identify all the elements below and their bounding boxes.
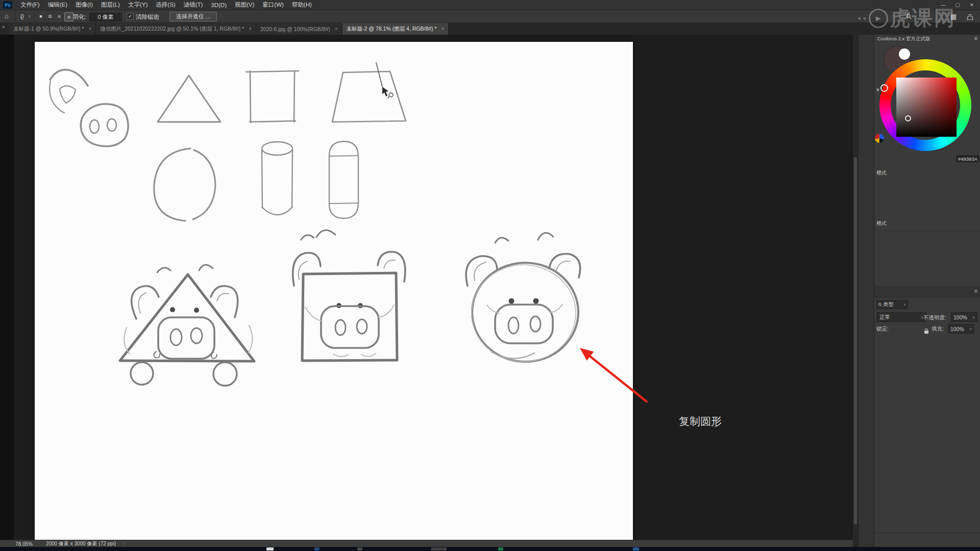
sketch-cylinder <box>262 142 292 215</box>
menu-item[interactable]: 选择(S) <box>152 1 179 9</box>
sketch-capsule <box>329 141 358 218</box>
close-button[interactable]: ✕ <box>965 0 979 10</box>
sketch-circle <box>154 148 215 221</box>
fill-select[interactable]: 100% ∨ <box>948 324 974 334</box>
search-icon[interactable]: ⚲ <box>904 12 913 21</box>
tab-close-icon[interactable]: × <box>88 26 91 32</box>
window-controls: — ▢ ✕ <box>936 0 979 10</box>
status-chevron-icon[interactable]: 〉 <box>122 540 127 547</box>
menu-item[interactable]: 文件(F) <box>16 1 44 9</box>
canvas-vertical-scrollbar[interactable] <box>853 35 858 547</box>
opacity-value: 100% <box>953 314 967 320</box>
sketch-pig-ear <box>50 70 88 113</box>
antialias-label: 消除锯齿 <box>136 13 159 21</box>
scrollbar-thumb[interactable] <box>854 157 857 524</box>
blend-mode-select[interactable]: 正常 ∨ <box>876 312 926 322</box>
workspace-icon[interactable]: ▦ <box>950 13 957 20</box>
annotation-text: 复制圆形 <box>679 414 722 429</box>
status-bar: 78.05% 2000 像素 x 3000 像素 (72 ppi) 〉 <box>0 540 853 547</box>
feather-input[interactable]: 0 像素 <box>89 13 122 21</box>
select-and-mask-button[interactable]: 选择并遮住 ... <box>169 12 217 21</box>
fill-caret: ∨ <box>969 327 972 331</box>
layers-panel-tabs: ≡ <box>874 286 980 298</box>
taskbar-icon[interactable] <box>357 547 362 550</box>
new-selection-icon[interactable]: ■ <box>37 12 45 20</box>
opacity-label: 不透明度: <box>923 314 946 321</box>
tab-overflow-icon[interactable]: » <box>2 24 5 30</box>
tab-strip: 未标题-1 @ 50.9%(RGB/8#) *×微信图片_20211020222… <box>9 23 980 35</box>
lasso-tool-icon[interactable]: ϱ <box>20 12 24 19</box>
selection-mode-group: ■⧉⧈⧇ <box>37 12 74 21</box>
layer-filter-caret: ∨ <box>903 303 906 307</box>
sketch-stray-stroke <box>376 63 382 87</box>
menu-item[interactable]: 视图(V) <box>231 1 258 9</box>
menu-item[interactable]: 图像(I) <box>71 1 97 9</box>
tool-dropdown-icon[interactable]: ∨ <box>28 14 31 18</box>
brightness-icon[interactable]: ☀ <box>875 87 880 93</box>
menu-item[interactable]: 文字(Y) <box>124 1 152 9</box>
home-icon[interactable]: ⌂ <box>5 12 9 20</box>
layers-menu-icon[interactable]: ≡ <box>974 288 977 294</box>
taskbar-icon[interactable] <box>266 547 274 550</box>
sketch-triangle-pig <box>120 265 254 386</box>
feather-label: 羽化: <box>73 13 86 21</box>
document-tab[interactable]: 2020.6.jpg @ 100%(RGB/8#)× <box>256 23 342 35</box>
minimize-button[interactable]: — <box>936 0 950 10</box>
document-canvas[interactable] <box>35 42 633 540</box>
intersect-selection-icon[interactable]: ⧇ <box>64 12 74 21</box>
taskbar-icon[interactable] <box>314 547 320 550</box>
tab-label: 微信图片_20211020222202.jpg @ 50.1% (图层 1, R… <box>100 26 244 33</box>
taskbar-icon[interactable] <box>498 547 503 550</box>
zoom-level[interactable]: 78.05% <box>15 541 33 547</box>
tab-close-icon[interactable]: × <box>335 26 338 32</box>
tab-label: 未标题-2 @ 78.1% (图层 4, RGB/8#) * <box>347 26 437 33</box>
sketch-square-pig <box>293 230 405 361</box>
taskbar-icon[interactable] <box>633 547 639 550</box>
sketch-pig-snout <box>81 104 128 146</box>
background-color-swatch[interactable] <box>899 48 910 60</box>
coolorus-title: Coolorus 2.x 官方正式版 <box>877 36 930 42</box>
tab-label: 未标题-1 @ 50.9%(RGB/8#) * <box>13 26 84 33</box>
menu-item[interactable]: 编辑(E) <box>44 1 71 9</box>
lock-all-icon[interactable] <box>924 331 928 334</box>
antialias-checkbox[interactable]: ✓ <box>127 13 134 20</box>
menu-item[interactable]: 滤镜(T) <box>180 1 207 9</box>
opacity-select[interactable]: 100% ∨ <box>951 312 977 322</box>
photoshop-window: { "window": {"minimize":"—","maximize":"… <box>0 0 980 551</box>
document-tab-bar: » 未标题-1 @ 50.9%(RGB/8#) *×微信图片_202110202… <box>0 23 980 35</box>
fill-label: 填充: <box>932 325 944 333</box>
document-tab[interactable]: 未标题-2 @ 78.1% (图层 4, RGB/8#) *× <box>342 23 449 35</box>
document-tab[interactable]: 未标题-1 @ 50.9%(RGB/8#) *× <box>9 23 96 35</box>
hue-marker[interactable] <box>880 84 888 92</box>
tab-close-icon[interactable]: × <box>442 26 445 32</box>
sketch-trapezoid <box>332 71 406 122</box>
blend-mode-value: 正常 <box>879 314 890 321</box>
add-to-selection-icon[interactable]: ⧉ <box>46 12 54 20</box>
taskbar-active-icon[interactable] <box>431 547 447 550</box>
tab-label: 2020.6.jpg @ 100%(RGB/8#) <box>260 26 330 32</box>
layers-bottom-bar <box>874 533 980 545</box>
sketch-triangle <box>158 76 220 122</box>
subtract-from-selection-icon[interactable]: ⧈ <box>55 12 63 20</box>
document-tab[interactable]: 微信图片_20211020222202.jpg @ 50.1% (图层 1, R… <box>96 23 256 35</box>
sketch-circle-pig <box>466 233 580 362</box>
menu-item[interactable]: 窗口(W) <box>258 1 288 9</box>
color-scheme-icon[interactable] <box>875 134 884 143</box>
photoshop-logo: Ps <box>3 1 12 9</box>
maximize-button[interactable]: ▢ <box>950 0 965 10</box>
tab-close-icon[interactable]: × <box>249 26 252 32</box>
share-icon[interactable]: 凸 <box>967 13 973 22</box>
saturation-value-square[interactable] <box>896 78 957 137</box>
menu-bar: Ps 文件(F)编辑(E)图像(I)图层(L)文字(Y)选择(S)滤镜(T)3D… <box>0 0 980 10</box>
menu-item[interactable]: 图层(L) <box>97 1 124 9</box>
layer-filter-dropdown[interactable]: ⚲ 类型 ∨ <box>876 300 908 309</box>
coolorus-menu-icon[interactable]: ≡ <box>974 35 977 41</box>
lock-label: 锁定: <box>876 325 889 333</box>
collapsed-panel-dock <box>858 35 874 547</box>
menu-item[interactable]: 帮助(H) <box>288 1 316 9</box>
sketch-drawing <box>35 42 633 540</box>
sv-cursor[interactable] <box>905 115 911 121</box>
menu-item[interactable]: 3D(D) <box>207 2 231 8</box>
windows-taskbar[interactable] <box>0 547 980 551</box>
layer-filter-label: 类型 <box>884 301 894 308</box>
